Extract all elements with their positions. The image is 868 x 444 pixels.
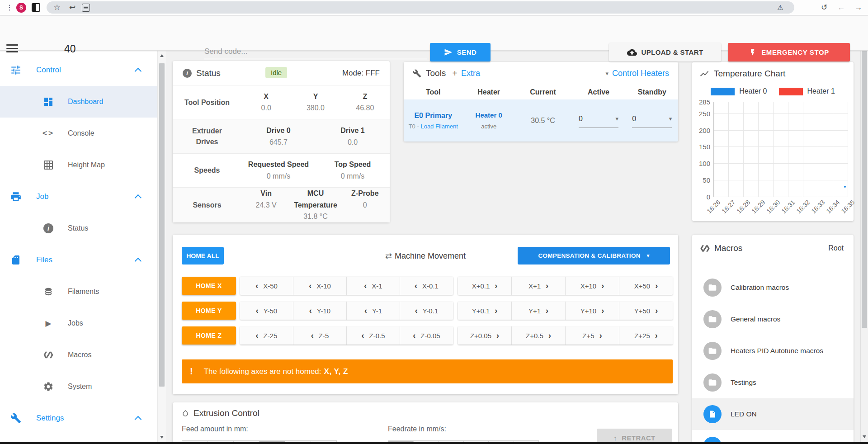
browser-toolbar: ⋮ S ☆ ↩ ⚠ ↺ ← → xyxy=(0,0,868,15)
sidebar-category-control[interactable]: Control xyxy=(0,54,157,86)
sidebar-item-console[interactable]: <> Console xyxy=(0,118,157,149)
move-x-minus-0-1[interactable]: X-0.1 xyxy=(400,277,453,295)
folder-icon xyxy=(703,279,722,297)
translate-icon[interactable] xyxy=(82,4,90,12)
add-tool-icon[interactable]: + xyxy=(452,68,458,79)
home-y-button[interactable]: HOME Y xyxy=(182,302,236,320)
heater-current-temp: 30.5 °C xyxy=(531,117,555,124)
macro-item-heaters-pid[interactable]: Heaters PID Autotune macros xyxy=(692,335,854,367)
move-z-plus-0-5[interactable]: Z+0.5 xyxy=(512,326,566,345)
move-z-plus-25[interactable]: Z+25 xyxy=(619,326,673,345)
macro-item-testings[interactable]: Testings xyxy=(692,367,854,398)
tools-panel: Tools + Extra ▾ Control Heaters Tool Hea… xyxy=(404,62,678,142)
move-x-plus-50[interactable]: X+50 xyxy=(619,277,673,295)
legend-heater0[interactable]: Heater 0 xyxy=(711,87,767,95)
macro-item-general[interactable]: General macros xyxy=(692,303,854,335)
move-z-plus-5[interactable]: Z+5 xyxy=(566,326,619,345)
send-button[interactable]: SEND xyxy=(430,43,491,61)
macro-item-calibration[interactable]: Calibration macros xyxy=(692,272,854,303)
database-icon xyxy=(42,286,54,298)
compensation-calibration-button[interactable]: COMPENSATION & CALIBRATION ▾ xyxy=(518,247,670,265)
emergency-stop-button[interactable]: EMERGENCY STOP xyxy=(728,43,850,61)
move-y-minus-0-1[interactable]: Y-0.1 xyxy=(400,302,453,320)
move-y-minus-1[interactable]: Y-1 xyxy=(347,302,400,320)
move-z-plus-0-05[interactable]: Z+0.05 xyxy=(458,326,512,345)
kebab-menu-icon[interactable]: ⋮ xyxy=(4,2,15,14)
status-row-extruder-drives: Extruder Drives Drive 0645.7 Drive 10.0 xyxy=(173,119,390,153)
redo-arrow-icon[interactable]: ↩ xyxy=(66,2,78,14)
move-x-plus-1[interactable]: X+1 xyxy=(512,277,566,295)
sidebar-scrollbar[interactable] xyxy=(157,51,166,444)
legend-heater1[interactable]: Heater 1 xyxy=(779,87,835,95)
profile-avatar[interactable]: S xyxy=(16,3,26,13)
sidebar-category-job[interactable]: Job xyxy=(0,181,157,213)
sidebar-item-filaments[interactable]: Filaments xyxy=(0,276,157,307)
panel-toggle-icon[interactable] xyxy=(32,3,40,12)
sidebar-item-label: Height Map xyxy=(68,161,105,169)
scroll-up-icon[interactable] xyxy=(160,54,164,57)
sidebar-category-files[interactable]: Files xyxy=(0,244,157,276)
y-decrement-group: Y-50 Y-10 Y-1 Y-0.1 xyxy=(240,302,453,320)
move-y-minus-10[interactable]: Y-10 xyxy=(293,302,347,320)
tools-panel-title: Tools xyxy=(426,68,446,78)
z-increment-group: Z+0.05 Z+0.5 Z+5 Z+25 xyxy=(458,326,673,345)
move-x-plus-0-1[interactable]: X+0.1 xyxy=(458,277,512,295)
gcode-input[interactable] xyxy=(204,44,427,59)
tool-row-e0[interactable]: E0 Primary T0 - Load Filament Heater 0 a… xyxy=(404,99,678,142)
scrollbar-thumb[interactable] xyxy=(862,26,867,328)
sidebar-item-dashboard[interactable]: Dashboard xyxy=(0,86,157,118)
move-x-minus-10[interactable]: X-10 xyxy=(293,277,347,295)
sidebar-item-jobs[interactable]: ▶ Jobs xyxy=(0,307,157,339)
move-y-plus-1[interactable]: Y+1 xyxy=(512,302,566,320)
move-y-plus-0-1[interactable]: Y+0.1 xyxy=(458,302,512,320)
hamburger-menu-icon[interactable] xyxy=(6,44,18,53)
move-z-minus-5[interactable]: Z-5 xyxy=(293,326,347,345)
move-x-minus-1[interactable]: X-1 xyxy=(347,277,400,295)
tools-table-header: Tool Heater Current Active Standby xyxy=(404,85,678,99)
tool-name[interactable]: E0 Primary xyxy=(404,110,463,121)
move-y-minus-50[interactable]: Y-50 xyxy=(240,302,293,320)
move-z-minus-0-05[interactable]: Z-0.05 xyxy=(400,326,453,345)
sidebar-item-macros[interactable]: Macros xyxy=(0,339,157,371)
exclamation-icon: ! xyxy=(190,366,193,377)
page-scrollbar[interactable] xyxy=(860,16,868,444)
move-y-plus-10[interactable]: Y+10 xyxy=(566,302,619,320)
status-panel-title: Status xyxy=(196,68,221,78)
control-heaters-link[interactable]: Control Heaters xyxy=(612,69,669,78)
move-y-plus-50[interactable]: Y+50 xyxy=(619,302,673,320)
load-filament-link[interactable]: Load Filament xyxy=(420,123,458,130)
move-x-plus-10[interactable]: X+10 xyxy=(566,277,619,295)
move-z-minus-25[interactable]: Z-25 xyxy=(240,326,293,345)
back-icon[interactable]: ← xyxy=(835,1,847,13)
standby-temp-select[interactable]: 0 ▾ xyxy=(632,113,672,128)
status-badge: Idle xyxy=(265,67,287,78)
chevron-up-icon xyxy=(135,416,142,423)
x-decrement-group: X-50 X-10 X-1 X-0.1 xyxy=(240,277,453,295)
folder-icon xyxy=(703,310,722,328)
heater-name[interactable]: Heater 0 xyxy=(463,110,515,121)
home-z-button[interactable]: HOME Z xyxy=(182,326,236,345)
line-chart-icon xyxy=(699,69,709,79)
extrusion-control-panel: Extrusion Control Feed amount in mm: Fee… xyxy=(173,402,678,444)
upload-start-button[interactable]: UPLOAD & START xyxy=(609,43,721,61)
reload-icon[interactable]: ↺ xyxy=(818,1,830,13)
forward-icon[interactable]: → xyxy=(853,1,864,13)
active-temp-select[interactable]: 0 ▾ xyxy=(579,113,618,128)
printer-icon xyxy=(10,191,22,203)
scroll-down-icon[interactable] xyxy=(863,435,866,438)
move-x-minus-50[interactable]: X-50 xyxy=(240,277,293,295)
extra-link[interactable]: Extra xyxy=(461,69,480,78)
warning-triangle-icon[interactable]: ⚠ xyxy=(774,2,786,14)
legend-swatch xyxy=(711,88,735,95)
move-z-minus-0-5[interactable]: Z-0.5 xyxy=(347,326,400,345)
sidebar-item-status[interactable]: i Status xyxy=(0,213,157,244)
scroll-down-icon[interactable] xyxy=(160,436,164,439)
sidebar-category-settings[interactable]: Settings xyxy=(0,402,157,434)
sidebar-item-height-map[interactable]: Height Map xyxy=(0,149,157,181)
scrollbar-thumb[interactable] xyxy=(159,63,165,387)
sidebar-item-system[interactable]: System xyxy=(0,371,157,402)
bookmark-star-icon[interactable]: ☆ xyxy=(51,2,63,14)
extrusion-title: Extrusion Control xyxy=(193,408,259,418)
home-x-button[interactable]: HOME X xyxy=(182,277,236,295)
macro-item-led-on[interactable]: LED ON xyxy=(692,398,854,430)
